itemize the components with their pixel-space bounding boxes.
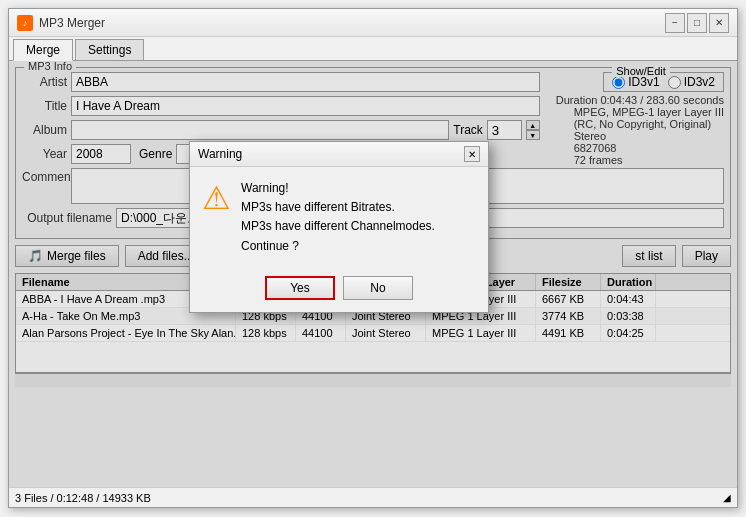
window-title: MP3 Merger bbox=[39, 16, 105, 30]
dialog-button-row: Yes No bbox=[190, 268, 488, 312]
main-content: MP3 Info Artist Title Albu bbox=[9, 61, 737, 487]
warning-icon: ⚠ bbox=[202, 179, 231, 256]
dialog-title-text: Warning bbox=[198, 147, 242, 161]
yes-button[interactable]: Yes bbox=[265, 276, 335, 300]
status-text: 3 Files / 0:12:48 / 14933 KB bbox=[15, 492, 151, 504]
title-buttons: − □ ✕ bbox=[665, 13, 729, 33]
maximize-button[interactable]: □ bbox=[687, 13, 707, 33]
dialog-line1: Warning! bbox=[241, 181, 289, 195]
app-icon: ♪ bbox=[17, 15, 33, 31]
dialog-line2: MP3s have different Bitrates. bbox=[241, 200, 395, 214]
title-bar: ♪ MP3 Merger − □ ✕ bbox=[9, 9, 737, 37]
dialog-line3: MP3s have different Channelmodes. bbox=[241, 219, 435, 233]
dialog-message: Warning! MP3s have different Bitrates. M… bbox=[241, 179, 435, 256]
main-window: ♪ MP3 Merger − □ ✕ Merge Settings MP3 In… bbox=[8, 8, 738, 508]
dialog-line4: Continue ? bbox=[241, 239, 299, 253]
close-button[interactable]: ✕ bbox=[709, 13, 729, 33]
tab-settings[interactable]: Settings bbox=[75, 39, 144, 60]
resize-grip: ◢ bbox=[723, 492, 731, 503]
dialog-title-bar: Warning ✕ bbox=[190, 142, 488, 167]
warning-dialog: Warning ✕ ⚠ Warning! MP3s have different… bbox=[189, 141, 489, 313]
dialog-overlay: Warning ✕ ⚠ Warning! MP3s have different… bbox=[9, 61, 737, 487]
tab-merge[interactable]: Merge bbox=[13, 39, 73, 61]
dialog-close-button[interactable]: ✕ bbox=[464, 146, 480, 162]
no-button[interactable]: No bbox=[343, 276, 413, 300]
title-bar-left: ♪ MP3 Merger bbox=[17, 15, 105, 31]
status-bar: 3 Files / 0:12:48 / 14933 KB ◢ bbox=[9, 487, 737, 507]
dialog-body: ⚠ Warning! MP3s have different Bitrates.… bbox=[190, 167, 488, 268]
minimize-button[interactable]: − bbox=[665, 13, 685, 33]
tab-bar: Merge Settings bbox=[9, 37, 737, 61]
